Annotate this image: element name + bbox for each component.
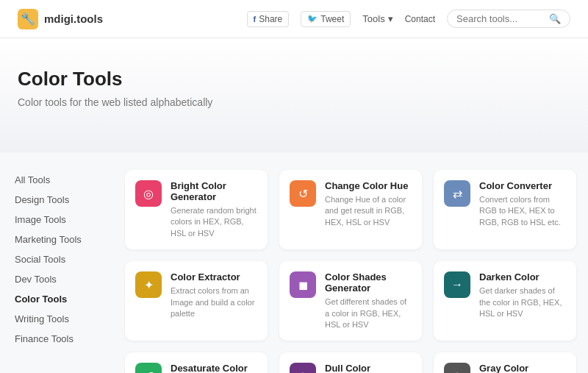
tool-name: Desaturate Color xyxy=(171,363,257,373)
sidebar-item-dev-tools[interactable]: Dev Tools xyxy=(12,269,107,289)
tool-desc: Change Hue of a color and get result in … xyxy=(325,194,412,228)
sidebar-item-all-tools[interactable]: All Tools xyxy=(12,170,107,190)
tool-icon: ⇄ xyxy=(444,180,470,207)
tweet-label: Tweet xyxy=(320,14,344,24)
share-f-icon: f xyxy=(254,15,257,24)
tools-grid: ◎Bright Color GeneratorGenerate random b… xyxy=(125,170,576,373)
sidebar-item-design-tools[interactable]: Design Tools xyxy=(12,190,107,210)
tool-icon: ◎ xyxy=(135,180,162,207)
tool-desc: Extract colors from an Image and build a… xyxy=(171,285,257,319)
tool-card-content: Darken ColorGet darker shades of the col… xyxy=(479,271,566,319)
hero-section: Color Tools Color tools for the web list… xyxy=(0,38,588,152)
tool-card-content: Color ExtractorExtract colors from an Im… xyxy=(171,271,257,319)
tool-icon: ◼ xyxy=(290,271,316,298)
tool-card-content: Color Shades GeneratorGet different shad… xyxy=(325,271,412,330)
tool-card[interactable]: ◎Dull Color GeneratorGenerate random dul… xyxy=(279,352,422,373)
sidebar-item-social-tools[interactable]: Social Tools xyxy=(12,249,107,269)
sidebar-item-color-tools[interactable]: Color Tools xyxy=(12,289,107,309)
tool-icon: ✦ xyxy=(135,271,162,298)
search-input[interactable] xyxy=(456,13,545,24)
header: 🔧 mdigi.tools f Share 🐦 Tweet Tools ▾ Co… xyxy=(0,0,588,38)
tool-card[interactable]: ↺Desaturate ColorDesaturate a color and … xyxy=(125,352,268,373)
tool-name: Change Color Hue xyxy=(325,180,412,191)
logo-text: mdigi.tools xyxy=(44,13,103,25)
tool-desc: Get different shades of a color in RGB, … xyxy=(325,296,412,330)
tools-content: ◎Bright Color GeneratorGenerate random b… xyxy=(125,170,576,373)
contact-label: Contact xyxy=(405,14,435,24)
tool-icon: ◎ xyxy=(444,363,470,373)
sidebar: All ToolsDesign ToolsImage ToolsMarketin… xyxy=(12,170,107,373)
tool-card[interactable]: ✦Color ExtractorExtract colors from an I… xyxy=(125,261,268,341)
page-subtitle: Color tools for the web listed alphabeti… xyxy=(18,96,570,108)
logo[interactable]: 🔧 mdigi.tools xyxy=(18,9,103,29)
search-icon[interactable]: 🔍 xyxy=(549,13,561,24)
tools-label: Tools xyxy=(362,13,384,24)
tool-name: Dull Color Generator xyxy=(325,363,412,373)
tool-card[interactable]: ◎Bright Color GeneratorGenerate random b… xyxy=(125,170,268,249)
search-box: 🔍 xyxy=(447,10,570,28)
tool-card-content: Dull Color GeneratorGenerate random dull… xyxy=(325,363,412,373)
tool-desc: Convert colors from RGB to HEX, HEX to R… xyxy=(479,194,566,228)
tool-card-content: Desaturate ColorDesaturate a color and g… xyxy=(171,363,257,373)
tool-icon: ↺ xyxy=(135,363,162,373)
page-title: Color Tools xyxy=(18,68,570,90)
chevron-down-icon: ▾ xyxy=(388,13,393,24)
tool-icon: ↺ xyxy=(290,180,316,207)
tool-card[interactable]: ◎Gray Color GeneratorGenerate random gra… xyxy=(434,352,576,373)
tool-name: Color Converter xyxy=(479,180,566,191)
sidebar-item-writing-tools[interactable]: Writing Tools xyxy=(12,309,107,329)
tool-card[interactable]: ⇄Color ConverterConvert colors from RGB … xyxy=(434,170,576,249)
tools-dropdown[interactable]: Tools ▾ xyxy=(362,13,392,24)
tool-desc: Get darker shades of the color in RGB, H… xyxy=(479,285,566,319)
tool-card[interactable]: ↺Change Color HueChange Hue of a color a… xyxy=(279,170,422,249)
tool-icon: → xyxy=(444,271,470,298)
share-button[interactable]: f Share xyxy=(247,11,290,27)
tool-desc: Generate random bright colors in HEX, RG… xyxy=(171,205,257,239)
tool-card-content: Gray Color GeneratorGenerate random gray… xyxy=(479,363,566,373)
tweet-icon: 🐦 xyxy=(307,14,318,24)
tool-name: Darken Color xyxy=(479,271,566,283)
tool-name: Color Extractor xyxy=(171,271,257,283)
logo-icon: 🔧 xyxy=(18,9,38,29)
tool-name: Gray Color Generator xyxy=(479,363,566,373)
tool-card[interactable]: ◼Color Shades GeneratorGet different sha… xyxy=(279,261,422,341)
contact-link[interactable]: Contact xyxy=(405,14,435,24)
tool-icon: ◎ xyxy=(290,363,316,373)
main-layout: All ToolsDesign ToolsImage ToolsMarketin… xyxy=(0,152,588,373)
tool-name: Color Shades Generator xyxy=(325,271,412,294)
tool-card-content: Bright Color GeneratorGenerate random br… xyxy=(171,180,257,239)
tweet-button[interactable]: 🐦 Tweet xyxy=(301,11,351,27)
tool-card-content: Change Color HueChange Hue of a color an… xyxy=(325,180,412,228)
tool-card-content: Color ConverterConvert colors from RGB t… xyxy=(479,180,566,228)
sidebar-item-finance-tools[interactable]: Finance Tools xyxy=(12,329,107,349)
share-label: Share xyxy=(259,14,282,24)
sidebar-item-image-tools[interactable]: Image Tools xyxy=(12,210,107,230)
sidebar-item-marketing-tools[interactable]: Marketing Tools xyxy=(12,230,107,249)
tool-name: Bright Color Generator xyxy=(171,180,257,202)
tool-card[interactable]: →Darken ColorGet darker shades of the co… xyxy=(434,261,576,341)
